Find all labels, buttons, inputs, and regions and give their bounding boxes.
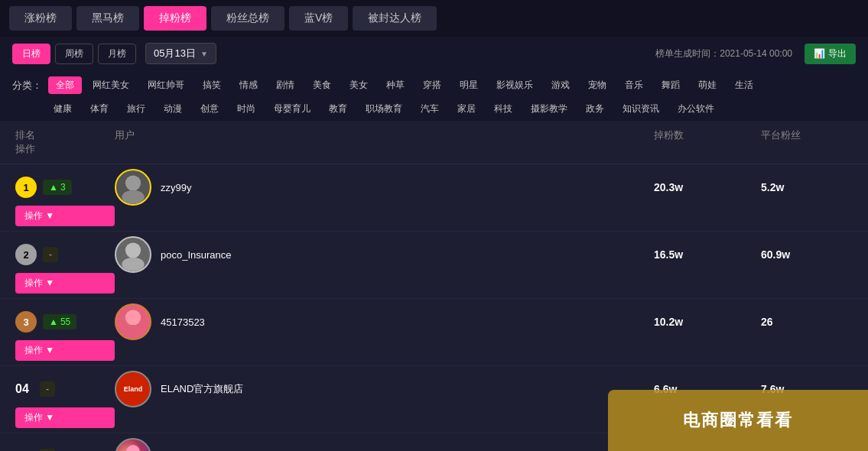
table-row: 1 ▲3 zzy99y 20.3w 5.2w 操作 ▼	[0, 164, 868, 232]
table-header: 排名 用户 掉粉数 平台粉丝 操作	[0, 121, 868, 164]
table-row: 2 - poco_Insurance 16.5w 60.9w 操作 ▼	[0, 232, 868, 299]
svg-point-0	[125, 175, 141, 190]
action-button-4[interactable]: 操作 ▼	[15, 407, 115, 428]
cat-creative[interactable]: 创意	[193, 100, 226, 118]
cat-game[interactable]: 游戏	[544, 76, 577, 94]
category-bar: 分类： 全部 网红美女 网红帅哥 搞笑 情感 剧情 美食 美女 种草 穿搭 明星…	[0, 70, 868, 121]
col-rank: 排名	[15, 128, 115, 142]
cat-health[interactable]: 健康	[46, 100, 80, 118]
cat-food[interactable]: 美食	[305, 76, 339, 94]
user-cell-5: melyayingshi	[115, 438, 547, 451]
svg-point-1	[122, 190, 144, 204]
nav-tab-drop[interactable]: 掉粉榜	[144, 6, 206, 31]
filter-daily[interactable]: 日榜	[12, 44, 50, 64]
cat-travel[interactable]: 旅行	[119, 100, 153, 118]
action-button-2[interactable]: 操作 ▼	[15, 273, 115, 294]
rank-badge-2: -	[43, 247, 58, 262]
avatar-5	[115, 438, 151, 451]
rank-cell-2: 2 -	[15, 244, 115, 265]
filter-monthly[interactable]: 月榜	[98, 44, 136, 64]
rank-badge-1: ▲3	[43, 180, 72, 195]
cat-car[interactable]: 汽车	[413, 100, 447, 118]
platform-fans-2: 60.9w	[761, 248, 853, 261]
watermark-text: 电商圈常看看	[683, 409, 793, 432]
rank-number-4: 04	[15, 382, 34, 396]
nav-tab-rise[interactable]: 涨粉榜	[9, 6, 72, 31]
cat-cute-baby[interactable]: 萌娃	[691, 76, 724, 94]
cat-all[interactable]: 全部	[48, 76, 82, 94]
cat-sports[interactable]: 体育	[83, 100, 116, 118]
cat-photo[interactable]: 摄影教学	[523, 100, 575, 118]
cat-government[interactable]: 政务	[578, 100, 612, 118]
nav-tab-total-fans[interactable]: 粉丝总榜	[211, 6, 284, 31]
nav-tab-blue-v[interactable]: 蓝V榜	[289, 6, 348, 31]
export-label: 导出	[828, 47, 847, 60]
cat-life[interactable]: 生活	[727, 76, 761, 94]
cat-music[interactable]: 音乐	[617, 76, 651, 94]
platform-fans-3: 26	[761, 316, 853, 328]
date-selector[interactable]: 05月13日 ▼	[145, 43, 216, 64]
cat-emotion[interactable]: 情感	[232, 76, 265, 94]
user-cell-3: 45173523	[115, 303, 547, 340]
cat-entertainment[interactable]: 影视娱乐	[489, 76, 541, 94]
action-button-1[interactable]: 操作 ▼	[15, 206, 115, 226]
cat-tech[interactable]: 科技	[486, 100, 520, 118]
export-button[interactable]: 📊 导出	[805, 44, 856, 64]
avatar-1	[115, 169, 151, 206]
cat-workplace[interactable]: 职场教育	[358, 100, 410, 118]
top-nav: 涨粉榜 黑马榜 掉粉榜 粉丝总榜 蓝V榜 被封达人榜	[0, 0, 868, 37]
fans-drop-1: 20.3w	[654, 181, 761, 193]
cat-beauty-male[interactable]: 网红帅哥	[140, 76, 192, 94]
cat-grass[interactable]: 种草	[379, 76, 412, 94]
cat-funny[interactable]: 搞笑	[195, 76, 229, 94]
cat-pet[interactable]: 宠物	[580, 76, 614, 94]
cat-fashion-wear[interactable]: 穿搭	[415, 76, 449, 94]
rank-cell-4: 04 -	[15, 381, 115, 397]
cat-drama[interactable]: 剧情	[268, 76, 302, 94]
watermark: 电商圈常看看	[608, 390, 868, 451]
avatar-4: Eland	[115, 371, 151, 407]
action-button-3[interactable]: 操作 ▼	[15, 340, 115, 361]
cat-home[interactable]: 家居	[450, 100, 483, 118]
cat-anime[interactable]: 动漫	[156, 100, 190, 118]
svg-point-5	[122, 325, 144, 339]
nav-tab-dark-horse[interactable]: 黑马榜	[76, 6, 139, 31]
username-3: 45173523	[161, 316, 205, 328]
category-row-2: 健康 体育 旅行 动漫 创意 时尚 母婴育儿 教育 职场教育 汽车 家居 科技 …	[12, 97, 856, 121]
rank-cell-1: 1 ▲3	[15, 177, 115, 198]
cat-office[interactable]: 办公软件	[670, 100, 722, 118]
category-row-1: 分类： 全部 网红美女 网红帅哥 搞笑 情感 剧情 美食 美女 种草 穿搭 明星…	[12, 73, 856, 97]
triangle-up-icon: ▲	[49, 182, 58, 193]
svg-point-6	[126, 445, 140, 451]
nav-tab-banned[interactable]: 被封达人榜	[353, 6, 437, 31]
fans-drop-2: 16.5w	[654, 248, 761, 261]
cat-education[interactable]: 教育	[321, 100, 355, 118]
username-2: poco_Insurance	[161, 249, 232, 261]
avatar-2	[115, 236, 151, 273]
cat-fashion[interactable]: 时尚	[229, 100, 263, 118]
filter-weekly[interactable]: 周榜	[55, 44, 93, 64]
cat-parenting[interactable]: 母婴育儿	[266, 100, 318, 118]
medal-bronze: 3	[15, 311, 37, 333]
table-row: 3 ▲55 45173523 10.2w 26 操作 ▼	[0, 299, 868, 366]
list-generated-time: 榜单生成时间：2021-05-14 00:00	[655, 47, 792, 60]
fans-drop-3: 10.2w	[654, 316, 761, 328]
triangle-up-icon: ▲	[49, 316, 58, 327]
svg-point-2	[125, 242, 141, 258]
col-action: 操作	[15, 142, 115, 156]
export-icon: 📊	[814, 48, 825, 59]
filter-bar: 日榜 周榜 月榜 05月13日 ▼ 榜单生成时间：2021-05-14 00:0…	[0, 37, 868, 70]
cat-knowledge[interactable]: 知识资讯	[615, 100, 667, 118]
cat-dance[interactable]: 舞蹈	[654, 76, 688, 94]
col-empty	[547, 128, 654, 142]
cat-girl[interactable]: 美女	[342, 76, 375, 94]
user-cell-1: zzy99y	[115, 169, 547, 206]
username-1: zzy99y	[161, 182, 191, 193]
cat-beauty-female[interactable]: 网红美女	[85, 76, 137, 94]
medal-gold: 1	[15, 177, 37, 198]
col-fans-drop: 掉粉数	[654, 128, 761, 142]
rank-badge-3: ▲55	[43, 314, 76, 329]
rank-badge-4: -	[40, 381, 55, 397]
cat-celebrity[interactable]: 明星	[452, 76, 486, 94]
brand-logo: Eland	[124, 385, 143, 393]
